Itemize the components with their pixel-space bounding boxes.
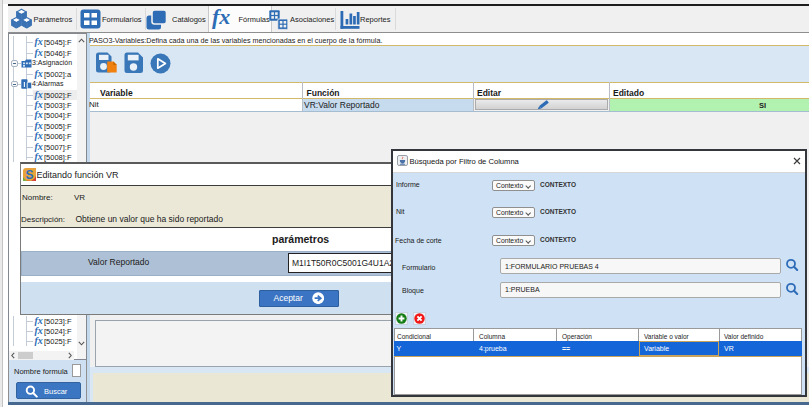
svg-text:S: S <box>25 168 33 181</box>
